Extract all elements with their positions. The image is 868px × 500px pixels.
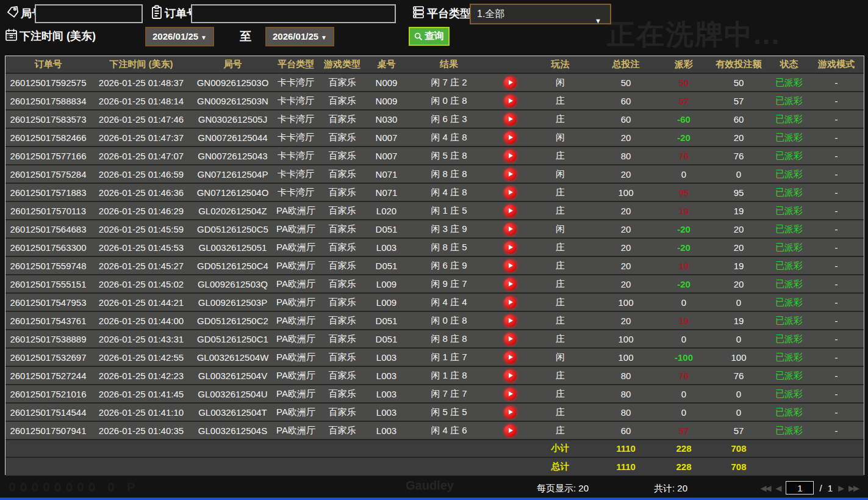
date-from-select[interactable]: 2026/01/25▼ [145,27,214,46]
play-video-icon[interactable] [504,205,517,217]
play-video-icon[interactable] [504,186,517,199]
payout-cell: -100 [659,349,708,366]
query-button[interactable]: 查询 [409,27,450,46]
play-video-icon[interactable] [504,388,517,400]
play-cell [492,74,528,91]
game-type-cell: 百家乐 [318,239,367,256]
table-row: 260125017577166 2026-01-25 01:47:07 GN00… [5,147,864,165]
table-body: 260125017592575 2026-01-25 01:48:37 GN00… [5,74,864,440]
first-page-icon[interactable]: ◀◀ [760,484,770,493]
order-number-input[interactable] [191,4,396,23]
next-page-icon[interactable]: ▶ [838,484,843,493]
total-bet-cell: 80 [592,367,659,384]
valid-bet-cell: 20 [708,129,769,146]
table-row: 260125017571883 2026-01-25 01:46:36 GN07… [5,184,864,202]
platform-cell: 卡卡湾厅 [274,184,318,201]
platform-type-select[interactable]: 1.全部 ▼ [470,4,611,24]
play-video-icon[interactable] [504,406,517,419]
play-video-icon[interactable] [504,150,517,162]
play-triangle-icon [509,318,513,323]
result-cell: 闲 7 庄 2 [406,74,492,91]
platform-cell: PA欧洲厅 [274,404,318,421]
play-cell [492,294,528,311]
status-cell: 已派彩 [769,92,809,109]
play-triangle-icon [509,281,513,286]
round-number-input[interactable] [35,4,143,23]
pagination: ◀◀ ◀ 1 / 1 ▶ ▶▶ [760,481,858,495]
order-id-cell: 260125017555151 [5,275,91,292]
result-cell: 闲 1 庄 5 [406,202,492,219]
play-video-icon[interactable] [504,424,517,437]
column-header: 桌号 [367,56,406,73]
play-video-icon[interactable] [504,241,517,254]
play-video-icon[interactable] [504,314,517,327]
column-header [492,56,528,73]
platform-cell: PA欧洲厅 [274,275,318,292]
bet-time-cell: 2026-01-25 01:48:37 [91,74,192,91]
play-video-icon[interactable] [504,278,517,291]
date-range-to-label: 至 [240,29,251,45]
round-id-cell: GN00726125043 [192,147,274,164]
play-video-icon[interactable] [504,131,517,144]
play-triangle-icon [509,80,513,85]
per-page-text: 每页显示: 20 [537,483,589,495]
play-video-icon[interactable] [504,76,517,89]
table-row: 260125017583573 2026-01-25 01:47:46 GN03… [5,111,864,129]
game-type-cell: 百家乐 [318,184,367,201]
play-method-cell: 庄 [528,294,592,311]
page-slash: / [819,483,822,493]
round-id-cell: GN0092612503N [192,92,274,109]
play-video-icon[interactable] [504,259,517,272]
table-row: 260125017582466 2026-01-25 01:47:37 GN00… [5,129,864,147]
platform-cell: PA欧洲厅 [274,385,318,402]
status-cell: 已派彩 [769,147,809,164]
platform-cell: PA欧洲厅 [274,202,318,219]
status-cell: 已派彩 [769,294,809,311]
payout-cell: 0 [659,330,708,347]
payout-cell: -20 [659,275,708,292]
table-row: 260125017521016 2026-01-25 01:41:45 GL00… [5,385,864,404]
game-type-cell: 百家乐 [318,275,367,292]
table-no-cell: D051 [367,257,406,274]
table-row: 260125017570113 2026-01-25 01:46:29 GL02… [5,202,864,220]
play-triangle-icon [509,245,513,250]
round-id-cell: GD051261250C2 [192,312,274,329]
platform-cell: 卡卡湾厅 [274,165,318,183]
column-header: 有效投注额 [708,56,769,73]
game-type-cell: 百家乐 [318,349,367,366]
play-video-icon[interactable] [504,333,517,346]
status-cell: 已派彩 [769,220,809,237]
date-to-select[interactable]: 2026/01/25▼ [265,27,334,46]
play-video-icon[interactable] [504,351,517,364]
bet-time-label: 下注时间 (美东) [20,29,96,43]
play-video-icon[interactable] [504,369,517,382]
play-video-icon[interactable] [504,296,517,309]
round-id-cell: GL0032612504W [192,349,274,366]
result-cell: 闲 4 庄 6 [406,422,492,439]
play-video-icon[interactable] [504,223,517,236]
play-triangle-icon [509,135,513,140]
total-bet-cell: 60 [592,111,659,128]
result-cell: 闲 9 庄 7 [406,275,492,292]
table-no-cell: D051 [367,220,406,237]
round-id-cell: GN0712612504O [192,184,274,201]
bet-time-cell: 2026-01-25 01:46:29 [91,202,192,219]
prev-page-icon[interactable]: ◀ [775,484,780,493]
valid-bet-cell: 76 [708,367,769,384]
last-page-icon[interactable]: ▶▶ [848,484,858,493]
table-no-cell: N007 [367,129,406,146]
play-video-icon[interactable] [504,95,517,107]
status-cell: 已派彩 [769,129,809,146]
game-mode-cell: - [809,257,864,274]
payout-cell: 76 [659,367,708,384]
order-id-cell: 260125017527244 [5,367,91,384]
result-cell: 闲 5 庄 8 [406,147,492,164]
game-type-cell: 百家乐 [318,202,367,219]
current-page-input[interactable]: 1 [786,481,814,495]
play-video-icon[interactable] [504,168,517,181]
play-video-icon[interactable] [504,113,517,126]
status-cell: 已派彩 [769,275,809,292]
valid-bet-cell: 0 [708,404,769,421]
play-method-cell: 庄 [528,111,592,128]
payout-cell: 95 [659,184,708,201]
